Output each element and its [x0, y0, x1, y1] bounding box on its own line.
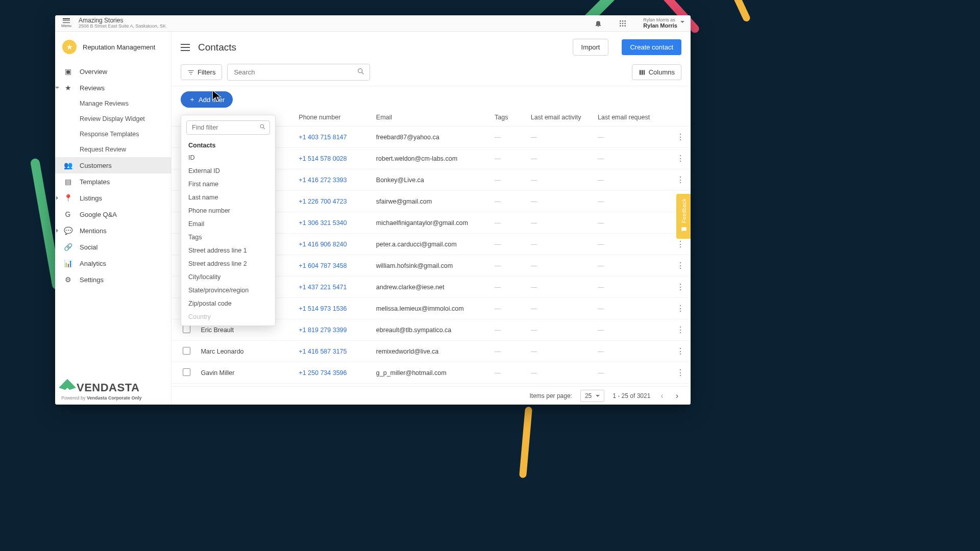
cell-empty: — [593, 191, 670, 212]
column-header[interactable]: Tags [489, 108, 526, 127]
sidebar-item-analytics[interactable]: 📊Analytics [55, 255, 171, 271]
nav-label: Social [80, 243, 97, 251]
cell-empty: — [526, 191, 593, 212]
cell-phone[interactable]: +1 819 279 3399 [293, 319, 371, 341]
sidebar-item-google-q-a[interactable]: GGoogle Q&A [55, 206, 171, 222]
collapse-sidebar-button[interactable] [181, 44, 190, 51]
row-menu-button[interactable]: ⋮ [670, 362, 691, 384]
row-menu-button[interactable]: ⋮ [670, 341, 691, 362]
cell-phone[interactable]: +1 416 272 3393 [293, 169, 371, 191]
cell-empty: — [489, 319, 526, 341]
columns-icon [639, 69, 646, 76]
sidebar-item-review-display-widget[interactable]: Review Display Widget [55, 111, 171, 127]
cell-phone[interactable]: +1 514 973 1536 [293, 298, 371, 319]
feedback-tab[interactable]: Feedback [676, 194, 691, 239]
next-page-button[interactable]: › [674, 391, 680, 400]
create-contact-button[interactable]: Create contact [622, 39, 681, 55]
nav-icon: ▣ [63, 67, 72, 76]
add-filter-button[interactable]: ＋ Add filter [181, 91, 233, 108]
sidebar-item-settings[interactable]: ⚙Settings [55, 271, 171, 288]
cell-empty: — [593, 255, 670, 277]
import-button[interactable]: Import [573, 39, 609, 56]
filter-option-zip-postal-code[interactable]: Zip/postal code [181, 297, 275, 310]
main-menu-button[interactable]: Menu [61, 18, 71, 28]
cell-empty: — [526, 148, 593, 169]
nav-icon: 📊 [63, 259, 72, 267]
svg-point-2 [625, 20, 626, 22]
cell-email: andrew.clarke@iese.net [371, 277, 489, 298]
nav-label: Reviews [80, 84, 105, 92]
cell-phone[interactable]: +1 437 221 5471 [293, 277, 371, 298]
nav-label: Analytics [80, 260, 106, 267]
sidebar-item-reviews[interactable]: ★Reviews [55, 80, 171, 96]
sidebar-item-customers[interactable]: 👥Customers [55, 157, 171, 173]
sidebar-item-response-templates[interactable]: Response Templates [55, 127, 171, 142]
sidebar-item-listings[interactable]: 📍Listings [55, 190, 171, 206]
column-header[interactable]: Last email request [593, 108, 670, 127]
cell-phone[interactable]: +1 403 715 8147 [293, 127, 371, 148]
filter-option-street-address-line-1[interactable]: Street address line 1 [181, 244, 275, 257]
cell-phone[interactable]: +1 226 700 4723 [293, 191, 371, 212]
filter-option-id[interactable]: ID [181, 151, 275, 164]
cell-phone[interactable]: +1 416 587 3175 [293, 341, 371, 362]
filter-option-email[interactable]: Email [181, 217, 275, 231]
search-input[interactable] [227, 64, 370, 81]
cell-empty: — [489, 298, 526, 319]
row-menu-button[interactable]: ⋮ [670, 127, 691, 148]
cell-phone[interactable]: +1 250 734 3596 [293, 362, 371, 384]
filter-option-tags[interactable]: Tags [181, 231, 275, 244]
sidebar-item-manage-reviews[interactable]: Manage Reviews [55, 96, 171, 111]
cell-phone[interactable]: +1 416 906 8240 [293, 234, 371, 255]
sidebar-item-overview[interactable]: ▣Overview [55, 63, 171, 80]
filter-option-state-province-region[interactable]: State/province/region [181, 284, 275, 297]
filter-option-country[interactable]: Country [181, 310, 275, 323]
svg-point-7 [622, 25, 624, 27]
filters-button[interactable]: Filters [181, 64, 222, 80]
filter-dropdown: Contacts IDExternal IDFirst nameLast nam… [181, 115, 276, 326]
cell-phone[interactable]: +1 514 578 0028 [293, 148, 371, 169]
column-header[interactable]: Last email activity [526, 108, 593, 127]
table-row: Gavin Miller+1 250 734 3596g_p_miller@ho… [172, 362, 691, 384]
row-menu-button[interactable]: ⋮ [670, 148, 691, 169]
filter-search-input[interactable] [186, 120, 270, 135]
svg-point-0 [620, 20, 621, 22]
notifications-button[interactable] [593, 18, 603, 29]
filter-option-first-name[interactable]: First name [181, 178, 275, 191]
row-checkbox[interactable] [183, 368, 190, 376]
prev-page-button[interactable]: ‹ [658, 391, 665, 400]
sidebar-brand: ★ Reputation Management [55, 32, 171, 61]
page-size-selector[interactable]: 25 [580, 390, 604, 402]
columns-button[interactable]: Columns [632, 64, 681, 80]
cell-empty: — [526, 127, 593, 148]
sidebar-item-templates[interactable]: ▤Templates [55, 173, 171, 190]
sidebar-item-mentions[interactable]: 💬Mentions [55, 222, 171, 239]
cell-phone[interactable]: +1 604 787 3458 [293, 255, 371, 277]
sidebar-item-social[interactable]: 🔗Social [55, 239, 171, 255]
user-menu[interactable]: Rylan Morris as Rylan Morris [643, 18, 684, 29]
filter-option-city-locality[interactable]: City/locality [181, 270, 275, 284]
column-header[interactable]: Email [371, 108, 489, 127]
plus-icon: ＋ [189, 95, 195, 104]
cell-phone[interactable]: +1 306 321 5340 [293, 212, 371, 234]
cell-empty: — [489, 212, 526, 234]
svg-point-4 [622, 22, 624, 24]
row-checkbox[interactable] [183, 325, 190, 333]
column-header [670, 108, 691, 127]
cell-email: sfairwe@gmail.com [371, 191, 489, 212]
column-header[interactable]: Phone number [293, 108, 371, 127]
row-checkbox[interactable] [183, 347, 190, 355]
filter-option-last-name[interactable]: Last name [181, 191, 275, 204]
cell-empty: — [593, 148, 670, 169]
row-menu-button[interactable]: ⋮ [670, 255, 691, 277]
nav-label: Overview [80, 68, 107, 76]
row-menu-button[interactable]: ⋮ [670, 169, 691, 191]
row-menu-button[interactable]: ⋮ [670, 277, 691, 298]
cell-email: peter.a.carducci@gmail.com [371, 234, 489, 255]
apps-button[interactable] [618, 18, 628, 29]
sidebar-item-request-review[interactable]: Request Review [55, 142, 171, 157]
row-menu-button[interactable]: ⋮ [670, 298, 691, 319]
filter-option-street-address-line-2[interactable]: Street address line 2 [181, 257, 275, 270]
filter-option-external-id[interactable]: External ID [181, 164, 275, 178]
filter-option-phone-number[interactable]: Phone number [181, 204, 275, 217]
row-menu-button[interactable]: ⋮ [670, 319, 691, 341]
